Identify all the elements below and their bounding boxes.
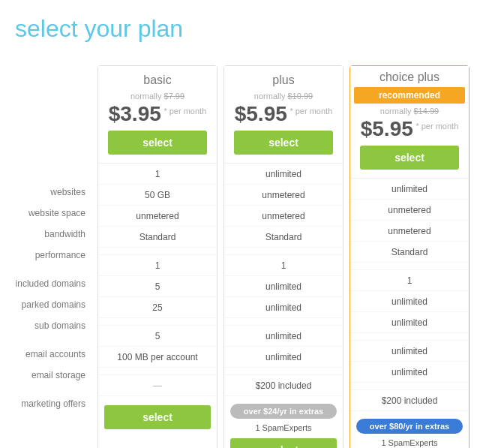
basic-feat-space: 50 GB xyxy=(98,185,217,206)
plan-plus-select-bottom[interactable]: select xyxy=(230,438,337,448)
basic-feat-performance: Standard xyxy=(98,227,217,248)
plus-extra-spamexperts: 1 SpamExperts xyxy=(224,422,343,434)
cp-feat-email-accounts: unlimited xyxy=(350,341,469,362)
plus-feat-websites: unlimited xyxy=(224,164,343,185)
feature-spacer-2 xyxy=(0,336,94,344)
plan-plus-name: plus xyxy=(228,74,339,87)
plan-basic-per: * per month xyxy=(164,107,206,116)
cp-extra-spamexperts: 1 SpamExperts xyxy=(350,437,469,448)
plus-feat-bandwidth: unmetered xyxy=(224,206,343,227)
cp-feat-parked-domains: unlimited xyxy=(350,291,469,312)
plan-plus-original-price: $10.99 xyxy=(287,92,313,101)
features-column: websites website space bandwidth perform… xyxy=(0,65,94,448)
basic-spacer-2 xyxy=(98,318,217,326)
feature-sub-domains: sub domains xyxy=(0,315,94,336)
basic-feat-websites: 1 xyxy=(98,164,217,185)
cp-spacer-1 xyxy=(350,263,469,270)
plan-choice-plus-price-row: $5.95 * per month xyxy=(354,117,465,141)
cp-feat-space: unmetered xyxy=(350,200,469,221)
plan-plus-header: plus normally $10.99 $5.95 * per month s… xyxy=(224,66,343,163)
feature-performance: performance xyxy=(0,245,94,266)
feature-bandwidth: bandwidth xyxy=(0,224,94,245)
plan-basic-price: $3.95 xyxy=(109,102,161,125)
plan-basic-footer: select xyxy=(98,396,217,440)
plus-feat-marketing: $200 included xyxy=(224,375,343,396)
feature-email-accounts: email accounts xyxy=(0,344,94,365)
cp-feat-bandwidth: unmetered xyxy=(350,221,469,242)
plus-spacer-1 xyxy=(224,248,343,255)
plus-spacer-2 xyxy=(224,318,343,326)
plus-feat-email-accounts: unlimited xyxy=(224,326,343,347)
feature-spacer-1 xyxy=(0,266,94,273)
recommended-badge: recommended xyxy=(354,87,465,104)
plan-basic-header: basic normally $7.99 $3.95 * per month s… xyxy=(98,66,217,163)
plus-feat-space: unmetered xyxy=(224,185,343,206)
feature-parked-domains: parked domains xyxy=(0,294,94,315)
plan-plus-features: unlimited unmetered unmetered Standard 1… xyxy=(224,163,343,396)
plan-plus-per: * per month xyxy=(290,107,332,116)
basic-feat-marketing: — xyxy=(98,375,217,396)
plan-basic-select-top[interactable]: select xyxy=(108,131,207,155)
basic-spacer-1 xyxy=(98,248,217,255)
plan-basic-features: 1 50 GB unmetered Standard 1 5 25 5 100 … xyxy=(98,163,217,396)
feature-marketing-offers: marketing offers xyxy=(0,393,94,414)
plan-choice-plus-features: unlimited unmetered unmetered Standard 1… xyxy=(350,178,469,411)
plan-basic-original-price: $7.99 xyxy=(164,92,185,101)
plus-feat-included-domains: 1 xyxy=(224,255,343,276)
basic-feat-email-storage: 100 MB per account xyxy=(98,347,217,368)
cp-feat-websites: unlimited xyxy=(350,179,469,200)
plan-choice-plus-footer: over $80/yr in extras 1 SpamExperts 1 Do… xyxy=(350,411,469,448)
plan-basic: basic normally $7.99 $3.95 * per month s… xyxy=(98,65,218,448)
plan-choice-plus-select-top[interactable]: select xyxy=(360,146,459,170)
plan-choice-plus-price: $5.95 xyxy=(361,117,413,140)
plus-feat-performance: Standard xyxy=(224,227,343,248)
plan-choice-plus-header: choice plus recommended normally $14.99 … xyxy=(350,66,469,178)
cp-extras-badge: over $80/yr in extras xyxy=(356,419,463,434)
plan-basic-name: basic xyxy=(102,74,213,87)
feature-included-domains: included domains xyxy=(0,273,94,294)
plan-plus: plus normally $10.99 $5.95 * per month s… xyxy=(224,65,344,448)
plan-plus-price-row: $5.95 * per month xyxy=(228,102,339,126)
plus-feat-email-storage: unlimited xyxy=(224,347,343,368)
plan-choice-plus-normally: normally $14.99 xyxy=(354,107,465,116)
plan-plus-price: $5.95 xyxy=(235,102,287,125)
plan-choice-plus-per: * per month xyxy=(416,122,458,131)
cp-spacer-3 xyxy=(350,383,469,390)
cp-feat-included-domains: 1 xyxy=(350,270,469,291)
basic-feat-sub-domains: 25 xyxy=(98,297,217,318)
plan-plus-footer: over $24/yr in extras 1 SpamExperts sele… xyxy=(224,396,343,448)
plus-feat-sub-domains: unlimited xyxy=(224,297,343,318)
plus-feat-parked-domains: unlimited xyxy=(224,276,343,297)
cp-feat-performance: Standard xyxy=(350,242,469,263)
basic-spacer-3 xyxy=(98,368,217,375)
plus-spacer-3 xyxy=(224,368,343,375)
plan-basic-select-bottom[interactable]: select xyxy=(104,405,211,429)
plan-plus-normally: normally $10.99 xyxy=(228,92,339,101)
basic-feat-bandwidth: unmetered xyxy=(98,206,217,227)
feature-spacer-3 xyxy=(0,386,94,393)
plan-choice-plus-original-price: $14.99 xyxy=(413,107,439,116)
plan-basic-price-row: $3.95 * per month xyxy=(102,102,213,126)
plan-plus-select-top[interactable]: select xyxy=(234,131,333,155)
cp-feat-email-storage: unlimited xyxy=(350,362,469,383)
cp-feat-marketing: $200 included xyxy=(350,390,469,411)
feature-website-space: website space xyxy=(0,203,94,224)
plan-choice-plus: choice plus recommended normally $14.99 … xyxy=(350,65,470,448)
feature-websites: websites xyxy=(0,182,94,203)
basic-feat-parked-domains: 5 xyxy=(98,276,217,297)
basic-feat-email-accounts: 5 xyxy=(98,326,217,347)
feature-email-storage: email storage xyxy=(0,365,94,386)
basic-feat-included-domains: 1 xyxy=(98,255,217,276)
cp-spacer-2 xyxy=(350,333,469,341)
plus-extras-badge: over $24/yr in extras xyxy=(230,404,337,419)
plan-choice-plus-name: choice plus xyxy=(354,66,465,84)
cp-feat-sub-domains: unlimited xyxy=(350,312,469,333)
plan-basic-normally: normally $7.99 xyxy=(102,92,213,101)
plans-wrapper: websites website space bandwidth perform… xyxy=(8,65,472,448)
page-title: select your plan xyxy=(8,15,472,43)
